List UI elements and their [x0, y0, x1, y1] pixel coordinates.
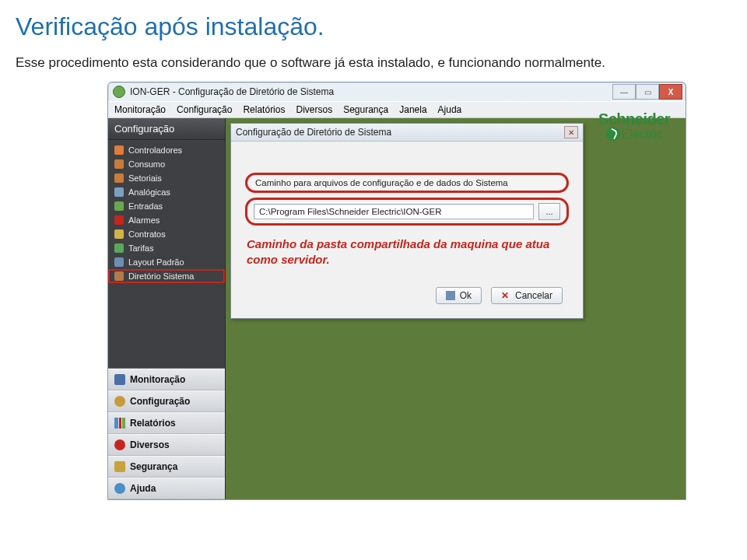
nav-configuracao[interactable]: Configuração	[108, 390, 225, 412]
disk-icon	[446, 291, 455, 300]
brand-name-top: Schneider	[591, 110, 678, 128]
menu-monitoracao[interactable]: Monitoração	[114, 104, 166, 115]
nav-diversos[interactable]: Diversos	[108, 434, 225, 456]
x-icon: ✕	[501, 291, 510, 300]
dialog-window: Configuração de Diretório de Sistema ✕ C…	[230, 123, 584, 319]
menu-seguranca[interactable]: Segurança	[343, 104, 388, 115]
page-heading: Verificação após instalação.	[16, 12, 731, 41]
sidebar-item-label: Layout Padrão	[128, 257, 184, 267]
sidebar-item-contratos[interactable]: Contratos	[108, 227, 225, 241]
sidebar-item-label: Contratos	[128, 229, 166, 239]
dialog-title: Configuração de Diretório de Sistema	[236, 127, 391, 138]
sidebar-item-alarmes[interactable]: Alarmes	[108, 213, 225, 227]
ok-button[interactable]: Ok	[436, 287, 482, 304]
dialog-titlebar: Configuração de Diretório de Sistema ✕	[231, 124, 583, 142]
sidebar-item-tarifas[interactable]: Tarifas	[108, 241, 225, 255]
sidebar-nav: Monitoração Configuração Relatórios Dive…	[108, 368, 225, 499]
sidebar-item-analogicas[interactable]: Analógicas	[108, 185, 225, 199]
menu-janela[interactable]: Janela	[399, 104, 426, 115]
sidebar-item-diretorio-sistema[interactable]: Diretório Sistema	[108, 269, 225, 283]
menu-ajuda[interactable]: Ajuda	[438, 104, 462, 115]
folder-icon	[114, 159, 124, 169]
browse-button[interactable]: ...	[538, 203, 560, 220]
sidebar-item-label: Controladores	[128, 145, 182, 155]
leaf-icon	[606, 127, 620, 141]
dialog-buttons: Ok ✕ Cancelar	[245, 287, 569, 304]
folder-icon	[114, 271, 124, 281]
bell-icon	[114, 215, 124, 225]
app-window: ION-GER - Configuração de Diretório de S…	[107, 82, 686, 500]
dialog-close-button[interactable]: ✕	[564, 126, 578, 138]
sidebar-item-label: Analógicas	[128, 187, 170, 197]
sidebar-item-setoriais[interactable]: Setoriais	[108, 171, 225, 185]
help-icon	[114, 483, 125, 494]
annotation-text: Caminho da pasta compartilhada da maquin…	[247, 236, 567, 268]
path-row: C:\Program Files\Schneider Electric\ION-…	[245, 198, 569, 226]
sidebar: Configuração Controladores Consumo Setor…	[108, 118, 226, 499]
chart-icon	[114, 187, 124, 197]
page-subtext: Esse procedimento esta considerando que …	[16, 55, 731, 71]
sidebar-item-layout-padrao[interactable]: Layout Padrão	[108, 255, 225, 269]
app-icon	[113, 86, 125, 98]
monitor-icon	[114, 374, 125, 385]
sidebar-item-label: Tarifas	[128, 243, 153, 253]
window-title: ION-GER - Configuração de Diretório de S…	[130, 86, 334, 97]
sidebar-item-label: Setoriais	[128, 173, 162, 183]
menu-configuracao[interactable]: Configuração	[177, 104, 232, 115]
sidebar-item-label: Consumo	[128, 159, 165, 169]
misc-icon	[114, 439, 125, 450]
path-input[interactable]: C:\Program Files\Schneider Electric\ION-…	[254, 204, 534, 219]
group-label: Caminho para arquivos de configuração e …	[245, 173, 569, 193]
nav-label: Configuração	[130, 396, 190, 407]
nav-label: Ajuda	[130, 483, 156, 494]
nav-label: Segurança	[130, 461, 177, 472]
menu-relatorios[interactable]: Relatórios	[243, 104, 285, 115]
brand-name-bottom: Electric	[591, 127, 678, 142]
cancel-label: Cancelar	[515, 290, 552, 301]
menu-diversos[interactable]: Diversos	[296, 104, 332, 115]
folder-icon	[114, 145, 124, 155]
content-area: Configuração de Diretório de Sistema ✕ C…	[226, 118, 686, 499]
cancel-button[interactable]: ✕ Cancelar	[491, 287, 563, 304]
sidebar-item-consumo[interactable]: Consumo	[108, 157, 225, 171]
layout-icon	[114, 257, 124, 267]
nav-label: Diversos	[130, 439, 170, 450]
screenshot: ION-GER - Configuração de Diretório de S…	[107, 82, 685, 500]
folder-icon	[114, 173, 124, 183]
ok-label: Ok	[460, 290, 472, 301]
nav-label: Monitoração	[130, 374, 185, 385]
sidebar-item-controladores[interactable]: Controladores	[108, 143, 225, 157]
sidebar-title: Configuração	[108, 118, 225, 140]
dollar-icon	[114, 243, 124, 253]
minimize-button[interactable]: —	[612, 84, 636, 100]
window-controls: — ▭ X	[612, 84, 682, 100]
nav-ajuda[interactable]: Ajuda	[108, 478, 225, 499]
document-icon	[114, 229, 124, 239]
arrow-icon	[114, 201, 124, 211]
titlebar: ION-GER - Configuração de Diretório de S…	[108, 82, 686, 101]
maximize-button[interactable]: ▭	[636, 84, 659, 100]
gear-icon	[114, 396, 125, 407]
bar-chart-icon	[114, 418, 125, 429]
nav-relatorios[interactable]: Relatórios	[108, 412, 225, 434]
sidebar-item-label: Alarmes	[128, 215, 160, 225]
nav-monitoracao[interactable]: Monitoração	[108, 369, 225, 390]
brand-logo: Schneider Electric	[591, 110, 678, 142]
lock-icon	[114, 461, 125, 472]
dialog-body: Caminho para arquivos de configuração e …	[231, 142, 583, 318]
nav-seguranca[interactable]: Segurança	[108, 456, 225, 478]
sidebar-item-entradas[interactable]: Entradas	[108, 199, 225, 213]
sidebar-item-label: Diretório Sistema	[128, 271, 194, 281]
sidebar-item-label: Entradas	[128, 201, 163, 211]
workspace: Configuração Controladores Consumo Setor…	[108, 118, 686, 499]
close-button[interactable]: X	[659, 84, 682, 100]
sidebar-list: Controladores Consumo Setoriais Analógic…	[108, 140, 225, 286]
nav-label: Relatórios	[130, 418, 176, 429]
